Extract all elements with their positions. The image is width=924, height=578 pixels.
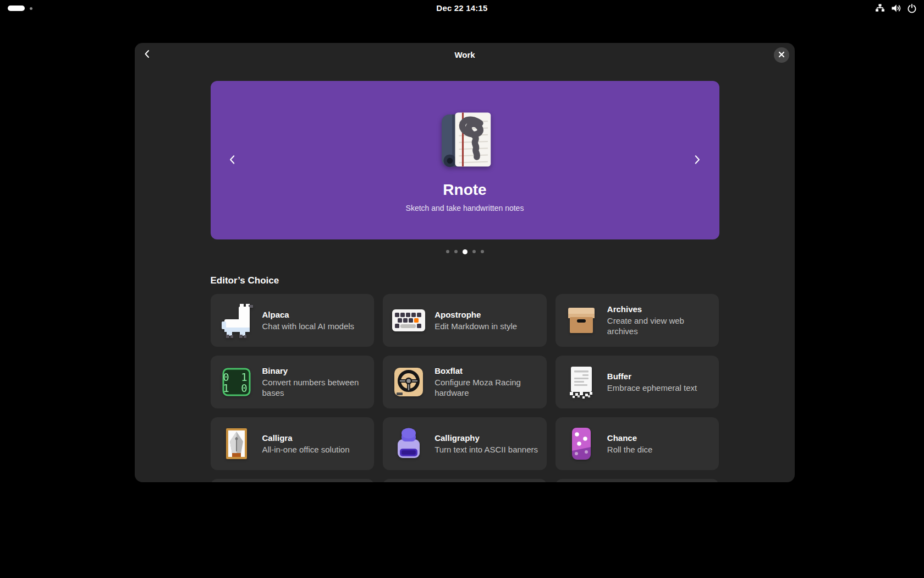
archive-box-icon xyxy=(564,303,599,338)
desktop: Dec 22 14:15 xyxy=(0,0,924,578)
binary-digits-icon: 0 1 1 0 xyxy=(219,364,254,400)
carousel-next-button[interactable] xyxy=(687,150,707,170)
app-summary: Edit Markdown in style xyxy=(435,321,517,331)
featured-app-tagline: Sketch and take handwritten notes xyxy=(406,204,524,212)
app-summary: Create and view web archives xyxy=(607,315,713,336)
system-status-area[interactable] xyxy=(875,3,917,14)
app-tile-partial[interactable] xyxy=(211,479,375,482)
app-name: Chance xyxy=(607,433,653,443)
app-tile-calligraphy[interactable]: Calligraphy Turn text into ASCII banners xyxy=(383,417,547,470)
steering-wheel-icon xyxy=(391,364,426,400)
carousel-dot[interactable] xyxy=(454,250,458,253)
close-button[interactable] xyxy=(774,47,789,63)
carousel-dot[interactable] xyxy=(472,250,476,253)
workspace-indicator[interactable] xyxy=(8,6,32,11)
app-tile-chance[interactable]: Chance Roll the dice xyxy=(556,417,719,470)
carousel-dots xyxy=(135,249,795,254)
app-summary: Turn text into ASCII banners xyxy=(435,444,538,455)
page-title: Work xyxy=(135,50,795,59)
svg-text:0 1: 0 1 xyxy=(223,371,250,383)
editors-choice-section: Editor’s Choice xyxy=(211,275,719,482)
app-name: Calligra xyxy=(262,433,350,443)
app-tile-partial[interactable] xyxy=(556,479,719,482)
app-name: Binary xyxy=(262,366,368,375)
app-name: Alpaca xyxy=(262,310,355,319)
software-category-dialog: Work xyxy=(135,43,795,482)
carousel-dot[interactable] xyxy=(463,249,468,254)
app-tile-boxflat[interactable]: Boxflat Configure Moza Racing hardware xyxy=(383,356,547,408)
app-name: Archives xyxy=(607,304,713,314)
volume-icon[interactable] xyxy=(890,3,901,14)
app-summary: Embrace ephemeral text xyxy=(607,383,697,393)
rnote-notebook-icon xyxy=(434,111,496,175)
app-summary: Chat with local AI models xyxy=(262,321,355,331)
app-tile-buffer[interactable]: Buffer Embrace ephemeral text xyxy=(556,356,719,408)
workspace-active-pill[interactable] xyxy=(8,6,25,11)
pen-nib-icon xyxy=(219,426,254,461)
featured-app-name: Rnote xyxy=(443,181,486,199)
keyboard-icon xyxy=(391,303,426,338)
app-tile-apostrophe[interactable]: Apostrophe Edit Markdown in style xyxy=(383,294,547,347)
app-name: Calligraphy xyxy=(435,433,538,443)
chevron-right-icon xyxy=(692,155,702,166)
app-name: Apostrophe xyxy=(435,310,517,319)
close-icon xyxy=(778,51,785,59)
app-tile-partial[interactable] xyxy=(383,479,547,482)
top-bar: Dec 22 14:15 xyxy=(0,0,924,17)
app-summary: Configure Moza Racing hardware xyxy=(435,377,540,398)
network-wired-icon[interactable] xyxy=(875,3,886,14)
chevron-left-icon xyxy=(228,155,238,166)
carousel-dot[interactable] xyxy=(446,250,449,253)
clock[interactable]: Dec 22 14:15 xyxy=(436,0,487,17)
featured-app-banner[interactable]: Rnote Sketch and take handwritten notes xyxy=(211,81,719,239)
ink-stamp-icon xyxy=(391,426,426,461)
carousel-dot[interactable] xyxy=(481,250,484,253)
app-tile-calligra[interactable]: Calligra All-in-one office solution xyxy=(211,417,375,470)
ephemeral-document-icon xyxy=(564,364,599,400)
svg-text:1 0: 1 0 xyxy=(223,382,250,394)
alpaca-llama-icon xyxy=(219,303,254,338)
power-icon[interactable] xyxy=(906,3,917,14)
carousel-previous-button[interactable] xyxy=(223,150,243,170)
app-summary: Roll the dice xyxy=(607,444,653,455)
app-name: Boxflat xyxy=(435,366,540,375)
app-tile-binary[interactable]: 0 1 1 0 Binary Convert numbers between b… xyxy=(211,356,375,408)
app-name: Buffer xyxy=(607,372,697,381)
dialog-header: Work xyxy=(135,43,795,67)
app-grid: Alpaca Chat with local AI models xyxy=(211,294,719,482)
dice-icon xyxy=(564,426,599,461)
app-tile-archives[interactable]: Archives Create and view web archives xyxy=(556,294,719,347)
app-tile-alpaca[interactable]: Alpaca Chat with local AI models xyxy=(211,294,375,347)
workspace-inactive-dot[interactable] xyxy=(30,7,32,10)
app-summary: Convert numbers between bases xyxy=(262,377,368,398)
section-heading: Editor’s Choice xyxy=(211,275,719,286)
app-summary: All-in-one office solution xyxy=(262,444,350,455)
